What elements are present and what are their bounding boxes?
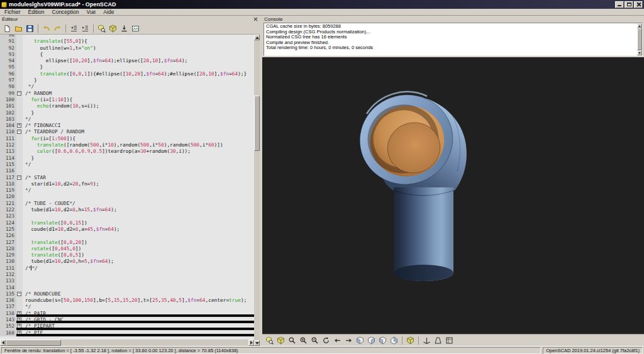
menu-vue[interactable]: Vue <box>83 9 100 15</box>
code-line[interactable]: 131/**/ <box>0 265 254 272</box>
code-line[interactable]: 116 <box>0 168 254 174</box>
render-button[interactable] <box>275 335 286 345</box>
code-line[interactable]: 100 for(i=[1:10]){ <box>0 97 254 103</box>
export-png-button[interactable] <box>130 23 141 33</box>
code-line[interactable]: 112 translate([random(500,i*10),random(5… <box>0 142 254 148</box>
code-line[interactable]: 97 } <box>0 77 254 84</box>
menu-conception[interactable]: Conception <box>48 9 83 15</box>
code-line[interactable]: 138+/* PAIR <box>0 311 254 317</box>
code-line[interactable]: 124 translate([0,0,15]) <box>0 220 254 226</box>
code-line[interactable]: 111 for(i=[1:500]){ <box>0 136 254 142</box>
console-output[interactable]: CGAL cache size in bytes: 8059288Compili… <box>264 23 643 56</box>
scrollbar-track[interactable] <box>637 28 642 50</box>
fold-margin[interactable]: + <box>16 311 23 317</box>
code-line[interactable]: 122 tube(d1=10,d2=8,h=15,$fn=64); <box>0 207 254 213</box>
orthogonal-button[interactable] <box>444 335 455 345</box>
scrollbar-thumb[interactable] <box>637 28 642 50</box>
code-line[interactable]: 102 } <box>0 110 254 116</box>
scroll-right-button[interactable] <box>248 340 254 346</box>
fold-collapse-icon[interactable]: − <box>17 292 21 296</box>
fold-margin[interactable]: + <box>16 330 23 336</box>
scrollbar-track[interactable] <box>254 40 260 340</box>
redo-button[interactable] <box>52 23 63 33</box>
editor-close-button[interactable] <box>253 17 258 21</box>
view-bottom-button[interactable] <box>389 335 399 345</box>
fold-expand-icon[interactable]: + <box>17 123 21 128</box>
console-scrollbar[interactable] <box>637 23 642 55</box>
view-back-button[interactable] <box>366 335 377 345</box>
menu-fichier[interactable]: Fichier <box>1 9 25 15</box>
code-line[interactable]: 120 <box>0 194 254 200</box>
view-front-button[interactable] <box>355 335 365 345</box>
code-line[interactable]: 114 } <box>0 155 254 162</box>
fold-margin[interactable]: − <box>16 129 23 135</box>
export-stl-button[interactable] <box>119 23 130 33</box>
scrollbar-thumb[interactable] <box>6 340 61 346</box>
code-line[interactable]: 125 coude(d1=10,d2=8,a=45,$fn=64); <box>0 226 254 233</box>
code-line[interactable]: 152+/* PIEPART <box>0 323 254 329</box>
code-line[interactable]: 126 <box>0 233 254 239</box>
new-file-button[interactable] <box>2 23 13 33</box>
code-line[interactable]: 118 star(d1=10,d2=20,fn=9); <box>0 181 254 187</box>
fold-collapse-icon[interactable]: − <box>17 130 21 134</box>
open-file-button[interactable] <box>13 23 24 33</box>
scrollbar-track[interactable] <box>6 340 248 346</box>
code-line[interactable]: 134 <box>0 285 254 291</box>
scroll-down-button[interactable] <box>254 340 260 346</box>
code-line[interactable]: 129 translate([0,0,5]) <box>0 252 254 258</box>
fold-expand-icon[interactable]: + <box>17 331 21 335</box>
code-line[interactable]: 115*/ <box>0 162 254 168</box>
view-all-button[interactable] <box>287 335 297 345</box>
menu-aide[interactable]: Aide <box>99 9 118 15</box>
code-line[interactable]: 91 translate([55,0]){ <box>0 38 254 45</box>
indent-button[interactable] <box>80 23 91 33</box>
scroll-left-button[interactable] <box>0 340 6 346</box>
fold-margin[interactable]: + <box>16 323 23 329</box>
render-3d-elbow-pipe[interactable] <box>262 57 644 334</box>
scroll-up-button[interactable] <box>254 35 260 40</box>
code-line[interactable]: 133 <box>0 278 254 284</box>
fold-collapse-icon[interactable]: − <box>17 175 21 180</box>
menu-edition[interactable]: Édition <box>25 9 48 15</box>
zoom-in-button[interactable] <box>298 335 309 345</box>
code-line[interactable]: 121/* TUBE - COUDE*/ <box>0 201 254 207</box>
scroll-up-button[interactable] <box>637 23 642 28</box>
save-button[interactable] <box>25 23 35 33</box>
scrollbar-thumb[interactable] <box>254 96 260 151</box>
code-line[interactable]: 92 outline(w=1,t="on") <box>0 45 254 52</box>
fold-collapse-icon[interactable]: − <box>17 91 21 96</box>
code-lines[interactable]: 9091 translate([55,0]){92 outline(w=1,t=… <box>0 35 254 340</box>
code-line[interactable]: 93 { <box>0 52 254 58</box>
fold-margin[interactable]: + <box>16 317 23 323</box>
code-line[interactable]: 132 <box>0 272 254 278</box>
fold-margin[interactable]: − <box>16 91 23 97</box>
viewport-3d[interactable] <box>262 57 644 334</box>
code-line[interactable]: 123 <box>0 213 254 219</box>
view-left-button[interactable] <box>332 335 343 345</box>
unindent-button[interactable] <box>69 23 79 33</box>
fold-expand-icon[interactable]: + <box>17 318 21 322</box>
fold-expand-icon[interactable]: + <box>17 311 21 316</box>
code-line[interactable]: 96 translate([0,0,1]){#ellipse([10,20],$… <box>0 71 254 77</box>
preview-button[interactable] <box>264 335 275 345</box>
code-line[interactable]: 135−/* ROUNDCUBE <box>0 291 254 297</box>
code-line[interactable]: 128 rotate([0,045,0]) <box>0 246 254 252</box>
perspective-button[interactable] <box>433 335 443 345</box>
code-line[interactable]: 94 ellipse([10,20],$fn=64);ellipse([20,1… <box>0 58 254 64</box>
view-right-button[interactable] <box>343 335 354 345</box>
code-line[interactable]: 103*/ <box>0 116 254 123</box>
code-line[interactable]: 143+/* GRID - CNC <box>0 317 254 323</box>
editor-vertical-scrollbar[interactable] <box>254 35 260 346</box>
render-button[interactable] <box>108 23 118 33</box>
fold-margin[interactable]: + <box>16 123 23 129</box>
undo-button[interactable] <box>41 23 52 33</box>
preview-button[interactable] <box>96 23 107 33</box>
editor-horizontal-scrollbar[interactable] <box>0 340 254 346</box>
fold-margin[interactable]: − <box>16 291 23 297</box>
view-diagonal-button[interactable] <box>405 335 416 345</box>
fold-margin[interactable]: − <box>16 175 23 181</box>
code-line[interactable]: 137*/ <box>0 304 254 310</box>
code-line[interactable]: 117−/* STAR <box>0 175 254 181</box>
code-line[interactable]: 99−/* RANDOM <box>0 91 254 97</box>
show-axes-button[interactable] <box>421 335 432 345</box>
